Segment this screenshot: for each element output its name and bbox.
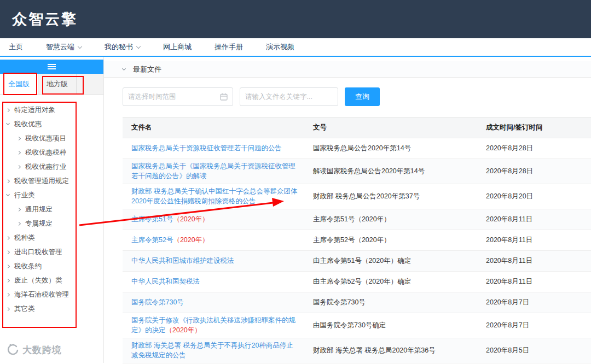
table-row: 国务院令第730号 国务院令第730号 2020年8月7日: [123, 292, 591, 313]
date-range-field: [123, 87, 233, 106]
doc-date: 2020年8月11日: [477, 251, 591, 272]
brand-logo: 众智云擎: [12, 9, 78, 29]
keyword-field: [240, 87, 338, 106]
nav-item-manual[interactable]: 操作手册: [215, 42, 243, 52]
document-link[interactable]: 国务院令第730号: [131, 298, 184, 306]
chevron-right-icon: [17, 150, 21, 154]
tree-item[interactable]: 专属规定: [0, 216, 103, 231]
table-row: 国务院关于修改《行政执法机关移送涉嫌犯罪案件的规定》的决定（2020年） 由国务…: [123, 313, 591, 338]
chevron-right-icon: [17, 136, 21, 140]
doc-date: 2020年8月7日: [477, 292, 591, 313]
tree-item[interactable]: 税收优惠行业: [0, 160, 103, 174]
watermark: 大数跨境: [5, 343, 62, 356]
document-link[interactable]: 主席令第51号（2020年）: [131, 215, 209, 223]
tree-item[interactable]: 通用规定: [0, 202, 103, 216]
tree-item[interactable]: 特定适用对象: [0, 103, 103, 117]
doc-date: 2020年8月28日: [477, 159, 591, 184]
sidebar: 全国版 地方版 特定适用对象 税收优惠 税收优惠项目 税收优惠税种 税收优惠行业…: [0, 57, 104, 363]
watermark-text: 大数跨境: [22, 344, 62, 356]
table-row: 国家税务总局关于资源税征收管理若干问题的公告 国家税务总局公告2020年第14号…: [123, 138, 591, 159]
chevron-right-icon: [6, 250, 10, 254]
chevron-right-icon: [6, 264, 10, 268]
chevron-right-icon: [6, 292, 10, 296]
doc-date: 2020年8月20日: [477, 184, 591, 209]
doc-number: 财政部 海关总署 税务总局2020年第36号: [304, 338, 477, 363]
document-link[interactable]: 财政部 税务总局关于确认中国红十字会总会等群众团体2020年度公益性捐赠税前扣除…: [131, 187, 297, 205]
col-header-docnumber: 文号: [304, 118, 477, 138]
tree-item[interactable]: 税收管理通用规定: [0, 174, 103, 188]
nav-item-home[interactable]: 主页: [9, 42, 23, 52]
table-row: 主席令第52号（2020年） 主席令第52号（2020年） 2020年8月11日: [123, 230, 591, 251]
document-link[interactable]: 财政部 海关总署 税务总局关于不再执行20种商品停止减免税规定的公告: [131, 342, 293, 359]
search-button[interactable]: 查询: [345, 87, 380, 106]
watermark-logo-icon: [5, 343, 20, 356]
document-link[interactable]: 中华人民共和国契税法: [131, 278, 200, 285]
tree-item[interactable]: 废止（失效）类: [0, 273, 103, 287]
chevron-right-icon: [6, 179, 10, 183]
main-nav: 主页 智慧云端 我的秘书 网上商城 操作手册 演示视频: [0, 38, 591, 57]
doc-number: 由主席令第51号（2020年）确定: [304, 251, 477, 272]
chevron-right-icon: [17, 207, 21, 211]
document-link[interactable]: 国家税务总局关于资源税征收管理若干问题的公告: [131, 144, 282, 152]
col-header-date: 成文时间/签订时间: [477, 118, 591, 138]
panel-header: 最新文件: [104, 61, 591, 78]
doc-date: 2020年8月7日: [477, 313, 591, 338]
document-link[interactable]: 国务院关于修改《行政执法机关移送涉嫌犯罪案件的规定》的决定（2020年）: [131, 316, 296, 334]
date-range-input[interactable]: [128, 93, 216, 101]
tree-item[interactable]: 税收优惠项目: [0, 131, 103, 145]
doc-date: 2020年8月5日: [477, 338, 591, 363]
calendar-icon: [220, 93, 228, 101]
table-row: 财政部 税务总局关于确认中国红十字会总会等群众团体2020年度公益性捐赠税前扣除…: [123, 184, 591, 209]
doc-date: 2020年8月11日: [477, 272, 591, 292]
tree-item[interactable]: 税收优惠税种: [0, 145, 103, 160]
keyword-input[interactable]: [245, 93, 333, 101]
table-row: 中华人民共和国契税法 由主席令第52号（2020年）确定 2020年8月11日: [123, 272, 591, 292]
menu-icon: [48, 63, 56, 71]
doc-number: 主席令第51号（2020年）: [304, 209, 477, 230]
tree-item[interactable]: 税收条约: [0, 259, 103, 273]
table-row: 主席令第51号（2020年） 主席令第51号（2020年） 2020年8月11日: [123, 209, 591, 230]
sidebar-tabs: 全国版 地方版: [0, 74, 103, 95]
doc-number: 财政部 税务总局公告2020年第37号: [304, 184, 477, 209]
chevron-right-icon: [17, 221, 21, 225]
doc-number: 由国务院令第730号确定: [304, 313, 477, 338]
tree-item[interactable]: 税收优惠: [0, 117, 103, 131]
nav-item-smart-cloud[interactable]: 智慧云端: [46, 42, 82, 52]
category-tree: 特定适用对象 税收优惠 税收优惠项目 税收优惠税种 税收优惠行业 税收管理通用规…: [0, 103, 103, 316]
col-header-filename: 文件名: [123, 118, 304, 138]
tab-local-edition[interactable]: 地方版: [38, 74, 77, 94]
doc-number: 主席令第52号（2020年）: [304, 230, 477, 251]
table-row: 国家税务总局关于《国家税务总局关于资源税征收管理若干问题的公告》的解读 解读国家…: [123, 159, 591, 184]
chevron-right-icon: [6, 307, 10, 310]
chevron-right-icon: [17, 165, 21, 168]
doc-date: 2020年8月28日: [477, 138, 591, 159]
tree-item[interactable]: 税种类: [0, 231, 103, 245]
document-link[interactable]: 国家税务总局关于《国家税务总局关于资源税征收管理若干问题的公告》的解读: [131, 162, 296, 180]
panel-title: 最新文件: [133, 64, 161, 74]
chevron-down-icon: [78, 44, 82, 48]
chevron-down-icon: [136, 44, 141, 48]
tree-item[interactable]: 行业类: [0, 188, 103, 202]
app-header: 众智云擎: [0, 0, 591, 38]
table-row: 中华人民共和国城市维护建设税法 由主席令第51号（2020年）确定 2020年8…: [123, 251, 591, 272]
tab-national-edition[interactable]: 全国版: [0, 74, 38, 94]
table-row: 财政部 海关总署 税务总局关于不再执行20种商品停止减免税规定的公告 财政部 海…: [123, 338, 591, 363]
search-toolbar: 查询: [123, 87, 591, 106]
chevron-down-icon: [6, 121, 10, 125]
collapse-chevron-icon[interactable]: [122, 66, 126, 70]
tree-item[interactable]: 海洋石油税收管理: [0, 287, 103, 302]
sidebar-collapse-bar[interactable]: [0, 60, 103, 74]
chevron-right-icon: [6, 278, 10, 282]
documents-table: 文件名 文号 成文时间/签订时间 国家税务总局关于资源税征收管理若干问题的公告 …: [123, 117, 591, 363]
document-link[interactable]: 主席令第52号（2020年）: [131, 236, 209, 244]
nav-item-online-mall[interactable]: 网上商城: [163, 42, 192, 52]
tree-item[interactable]: 进出口税收管理: [0, 245, 103, 259]
tree-item[interactable]: 其它类: [0, 302, 103, 316]
nav-item-my-secretary[interactable]: 我的秘书: [105, 42, 140, 52]
document-link[interactable]: 中华人民共和国城市维护建设税法: [131, 257, 234, 265]
doc-date: 2020年8月11日: [477, 230, 591, 251]
main-content: 最新文件 查询 文件名 文号: [104, 57, 591, 363]
nav-item-demo-video[interactable]: 演示视频: [266, 42, 294, 52]
doc-date: 2020年8月11日: [477, 209, 591, 230]
chevron-right-icon: [6, 236, 10, 239]
